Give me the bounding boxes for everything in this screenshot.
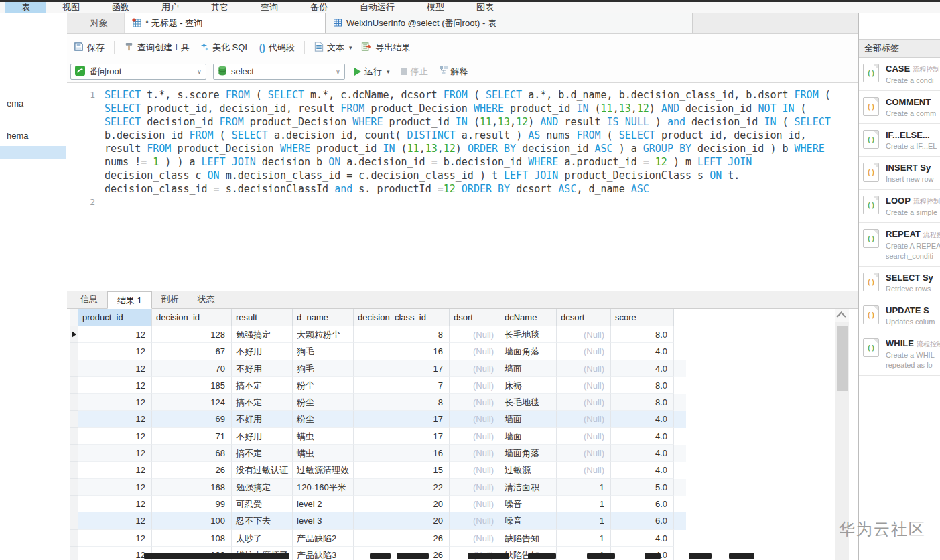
result-tab-2[interactable]: 剖析	[152, 291, 188, 308]
code-snippet-button[interactable]: () 代码段	[259, 42, 295, 54]
tab-query-untitled[interactable]: * 无标题 - 查询	[125, 13, 326, 33]
table-row-12[interactable]: 12108太吵了产品缺陷226(Null)缺陷告知14.0	[70, 530, 686, 547]
cell-d_name: 粉尘	[293, 411, 354, 427]
snippet-item-insert-sy[interactable]: ()INSERT SyInsert new row	[859, 157, 940, 190]
table-row-9[interactable]: 12168勉强搞定120-160平米22(Null)清洁面积15.0	[70, 479, 686, 496]
line-number	[67, 129, 105, 142]
code-snippet-icon: ()	[863, 305, 879, 324]
snippet-item-select-sy[interactable]: ()SELECT SyRetrieve rows	[859, 267, 940, 299]
table-row-4[interactable]: 12124搞不定粉尘8(Null)长毛地毯(Null)8.0	[70, 394, 686, 411]
row-marker	[70, 479, 78, 496]
table-row-0[interactable]: 12128勉强搞定大颗粒粉尘8(Null)长毛地毯(Null)8.0	[70, 326, 686, 343]
table-row-7[interactable]: 1268搞不定螨虫16(Null)墙面角落(Null)4.0	[70, 445, 686, 462]
result-tab-3[interactable]: 状态	[188, 291, 224, 308]
tree-selected-row[interactable]	[0, 146, 66, 159]
column-header-dcName[interactable]: dcName	[500, 309, 557, 326]
column-header-decision_class_id[interactable]: decision_class_id	[354, 309, 450, 326]
cell-result: 勉强搞定	[232, 326, 293, 343]
run-button[interactable]: 运行 ▾	[354, 66, 390, 78]
cell-dcName: 清洁面积	[500, 479, 557, 496]
cell-score: 5.0	[611, 479, 674, 496]
sql-text: SELECT decision_id FROM product_Decision…	[105, 115, 831, 129]
scroll-up-button[interactable]	[835, 309, 849, 322]
row-marker	[70, 394, 78, 411]
cell-decision_class_id: 17	[354, 360, 450, 377]
table-row-2[interactable]: 1270不好用狗毛17(Null)墙面(Null)4.0	[70, 360, 686, 377]
column-header-product_id[interactable]: product_id	[78, 309, 152, 326]
result-tab-1[interactable]: 结果 1	[107, 291, 152, 309]
tab-weixinuserinfo[interactable]: WeixinUserInfo @select (番问root) - 表	[326, 13, 693, 33]
menu-item-1[interactable]: 视图	[46, 2, 96, 13]
table-row-8[interactable]: 1226没有过敏认证过敏源清理效15(Null)过敏源(Null)4.0	[70, 462, 686, 478]
column-header-dcsort[interactable]: dcsort	[557, 309, 611, 326]
result-tab-0[interactable]: 信息	[71, 291, 107, 308]
stop-button[interactable]: 停止	[401, 66, 428, 78]
menu-item-8[interactable]: 模型	[411, 2, 460, 13]
scrollbar-thumb[interactable]	[837, 326, 848, 391]
snippet-item-loop[interactable]: ()LOOP流程控制Create a simple	[859, 190, 940, 223]
column-header-score[interactable]: score	[611, 309, 674, 326]
snippet-item-update-s[interactable]: ()UPDATE SUpdates colum	[859, 299, 940, 332]
column-header-result[interactable]: result	[232, 309, 293, 326]
cell-result: 搞不定	[232, 377, 293, 394]
menu-item-0[interactable]: 表	[5, 2, 46, 13]
menu-item-3[interactable]: 用户	[145, 2, 195, 13]
table-row-1[interactable]: 1267不好用狗毛16(Null)墙面角落(Null)4.0	[70, 343, 686, 360]
table-row-6[interactable]: 1271不好用螨虫17(Null)墙面(Null)4.0	[70, 428, 686, 445]
row-marker	[70, 547, 78, 560]
snippet-title: LOOP流程控制	[886, 196, 940, 206]
snippet-item-case[interactable]: ()CASE流程控制Create a condi	[859, 58, 940, 91]
query-builder-label: 查询创建工具	[137, 42, 190, 54]
menu-item-9[interactable]: 图表	[460, 2, 510, 13]
snippet-item-if-else-[interactable]: ()IF...ELSE...Create a IF...EL	[859, 124, 940, 157]
query-builder-button[interactable]: 查询创建工具	[124, 42, 190, 54]
cell-decision_id: 71	[152, 428, 232, 445]
menu-item-4[interactable]: 其它	[195, 2, 245, 13]
main-area: 对象 * 无标题 - 查询 WeixinUserInfo @select (番问…	[67, 13, 858, 560]
beautify-sql-button[interactable]: 美化 SQL	[199, 42, 250, 54]
database-select[interactable]: select ∨	[213, 64, 345, 80]
cell-dcName: 墙面	[500, 411, 557, 427]
cell-decision_class_id: 22	[354, 479, 450, 496]
cell-score: 4.0	[611, 411, 674, 427]
snippet-tag: 流程控制	[917, 340, 940, 348]
snippet-item-repeat[interactable]: ()REPEAT流程控制Create A REPEAsearch_conditi	[859, 223, 940, 267]
snippet-item-comment[interactable]: ()COMMENTCreate a comm	[859, 91, 940, 124]
menu-item-7[interactable]: 自动运行	[344, 2, 411, 13]
snippet-text: REPEAT流程控制Create A REPEAsearch_conditi	[886, 229, 940, 260]
snippet-desc: repeated as lo	[886, 361, 940, 369]
cell-score: 4.0	[611, 343, 674, 360]
code-snippet-icon: ()	[863, 229, 879, 248]
tab-objects[interactable]: 对象	[74, 13, 125, 33]
tree-item-0[interactable]: ema	[7, 98, 23, 109]
table-row-5[interactable]: 1269不好用粉尘17(Null)墙面(Null)4.0	[70, 411, 686, 427]
cell-dcsort: (Null)	[557, 377, 611, 394]
snippet-tag: 流程控制	[913, 66, 939, 73]
snippet-keyword: UPDATE S	[886, 305, 929, 316]
column-header-d_name[interactable]: d_name	[293, 309, 354, 326]
app-window: 表视图函数用户其它查询备份自动运行模型图表 emahema 对象 * 无标题 -…	[0, 0, 940, 560]
table-row-10[interactable]: 1299可忍受level 220(Null)噪音16.0	[70, 496, 686, 512]
sql-text: SELECT t.*, s.score FROM ( SELECT m.*, c…	[105, 88, 831, 102]
tree-item-1[interactable]: hema	[7, 131, 29, 141]
table-row-3[interactable]: 12185搞不定粉尘7(Null)床褥(Null)8.0	[70, 377, 686, 394]
explain-button[interactable]: 解释	[439, 66, 468, 78]
save-button[interactable]: 保存	[74, 42, 105, 54]
table-row-11[interactable]: 12100忍不下去level 320(Null)噪音16.0	[70, 512, 686, 529]
column-header-decision_id[interactable]: decision_id	[152, 309, 232, 326]
all-tags-header[interactable]: 全部标签	[859, 39, 940, 58]
column-header-dsort[interactable]: dsort	[450, 309, 500, 326]
menu-item-2[interactable]: 函数	[96, 2, 145, 13]
menu-item-5[interactable]: 查询	[245, 2, 294, 13]
cell-dsort: (Null)	[450, 496, 500, 512]
text-view-button[interactable]: 文本 ▾	[314, 42, 352, 54]
compression-artifact	[528, 553, 556, 559]
row-marker	[70, 428, 78, 445]
snippet-item-while[interactable]: ()WHILE流程控制Create a WHILrepeated as lo	[859, 332, 940, 376]
snippet-list: ()CASE流程控制Create a condi()COMMENTCreate …	[859, 58, 940, 376]
menu-item-6[interactable]: 备份	[294, 2, 344, 13]
connection-select[interactable]: 番问root ∨	[70, 64, 206, 80]
export-result-button[interactable]: 导出结果	[361, 42, 410, 54]
sql-editor[interactable]: 1SELECT t.*, s.score FROM ( SELECT m.*, …	[67, 83, 858, 291]
cell-d_name: 大颗粒粉尘	[293, 326, 354, 343]
